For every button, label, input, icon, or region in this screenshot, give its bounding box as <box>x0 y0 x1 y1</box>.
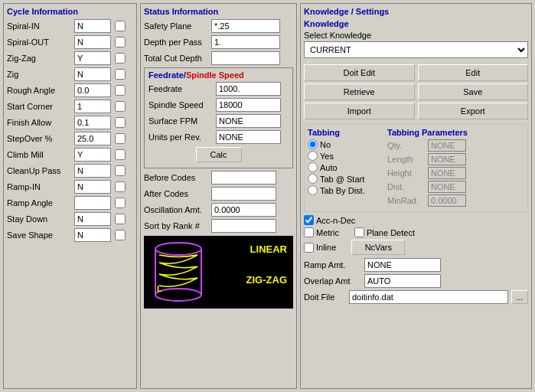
spiral-out-checkbox[interactable] <box>115 37 126 47</box>
calc-button[interactable]: Calc <box>196 147 242 162</box>
length-input[interactable] <box>428 153 466 165</box>
height-input[interactable] <box>428 167 466 179</box>
metric-label: Metric <box>316 228 339 237</box>
start-corner-checkbox[interactable] <box>115 101 126 112</box>
safety-plane-input[interactable] <box>211 19 280 33</box>
length-label: Length <box>387 155 426 164</box>
finish-allow-input[interactable] <box>74 116 111 129</box>
edit-button[interactable]: Edit <box>418 64 529 81</box>
total-cut-depth-input[interactable] <box>211 51 280 65</box>
import-button[interactable]: Import <box>304 103 415 119</box>
tool-image: L LINEAR ZIG-ZAG <box>144 236 293 309</box>
acc-row: Acc-n-Dec <box>304 215 528 225</box>
units-per-rev-label: Units per Rev. <box>148 132 214 142</box>
ramp-amt-row: Ramp Amt. <box>304 258 528 272</box>
feedrate-title: Feedrate/Spindle Speed <box>148 70 289 80</box>
depth-per-pass-input[interactable] <box>211 35 280 49</box>
spindle-input[interactable] <box>216 98 281 112</box>
ramp-in-checkbox[interactable] <box>115 181 126 192</box>
after-codes-row: After Codes <box>144 187 293 201</box>
feedrate-input[interactable] <box>216 82 281 96</box>
radio-tab-by-dist-row: Tab By Dist. <box>308 185 384 195</box>
radio-auto-row: Auto <box>308 162 384 172</box>
spiral-in-input[interactable] <box>74 19 111 33</box>
oscillation-input[interactable] <box>211 203 276 217</box>
dist-row: Dist. <box>387 181 524 193</box>
spiral-out-input[interactable] <box>74 35 111 49</box>
surface-fpm-input[interactable] <box>216 114 281 128</box>
doit-edit-button[interactable]: Doit Edit <box>304 64 415 81</box>
sort-rank-input[interactable] <box>211 219 276 233</box>
knowledge-select[interactable]: CURRENT <box>304 41 528 58</box>
tabbing-params-title: Tabbing Parameters <box>387 128 524 137</box>
export-button[interactable]: Export <box>418 103 529 119</box>
radio-yes[interactable] <box>308 151 318 161</box>
ramp-amt-input[interactable] <box>364 258 441 272</box>
dist-input[interactable] <box>428 181 466 193</box>
browse-button[interactable]: ... <box>511 290 528 304</box>
svg-point-0 <box>155 243 201 255</box>
save-shape-input[interactable] <box>74 228 111 242</box>
zig-row: Zig <box>7 67 133 81</box>
save-shape-checkbox[interactable] <box>115 230 126 240</box>
zig-zag-row: Zig-Zag <box>7 51 133 65</box>
spindle-row: Spindle Speed <box>148 98 289 112</box>
acc-checkbox[interactable] <box>304 215 314 225</box>
climb-mill-checkbox[interactable] <box>115 149 126 160</box>
retrieve-button[interactable]: Retrieve <box>304 83 415 100</box>
rough-angle-label: Rough Angle <box>7 86 72 95</box>
radio-tab-at-start-row: Tab @ Start <box>308 174 384 184</box>
zig-label: Zig <box>7 70 72 79</box>
rough-angle-checkbox[interactable] <box>115 85 126 96</box>
minrad-input[interactable] <box>428 194 466 207</box>
ramp-in-input[interactable] <box>74 180 111 194</box>
rough-angle-input[interactable] <box>74 83 111 97</box>
stay-down-input[interactable] <box>74 212 111 226</box>
ramp-angle-checkbox[interactable] <box>115 198 126 208</box>
spiral-in-checkbox[interactable] <box>115 21 126 31</box>
radio-tab-at-start[interactable] <box>308 174 318 184</box>
stay-down-checkbox[interactable] <box>115 214 126 224</box>
after-codes-input[interactable] <box>211 187 276 201</box>
qty-input[interactable] <box>428 139 466 152</box>
zig-zag-input[interactable] <box>74 51 111 65</box>
before-codes-label: Before Codes <box>144 173 209 182</box>
radio-auto[interactable] <box>308 162 318 172</box>
stay-down-label: Stay Down <box>7 214 72 224</box>
cleanup-pass-checkbox[interactable] <box>115 165 126 176</box>
radio-no[interactable] <box>308 139 318 149</box>
inline-checkbox[interactable] <box>304 243 314 253</box>
knowledge-section: Knowledge Select Knowledge CURRENT Doit … <box>304 19 528 119</box>
overlap-amt-label: Overlap Amt <box>304 276 361 286</box>
svg-text:L: L <box>157 284 162 293</box>
zig-zag-checkbox[interactable] <box>115 53 126 64</box>
tabbing-left: Tabbing No Yes Auto Tab @ Start <box>308 128 384 208</box>
start-corner-input[interactable] <box>74 100 111 113</box>
doit-file-input[interactable] <box>349 290 508 304</box>
tabbing-right: Tabbing Parameters Qty. Length Height Di… <box>387 128 524 208</box>
radio-yes-label: Yes <box>320 152 334 161</box>
stepover-checkbox[interactable] <box>115 133 126 144</box>
ramp-angle-input[interactable] <box>74 196 111 210</box>
zig-input[interactable] <box>74 67 111 81</box>
radio-tab-by-dist[interactable] <box>308 185 318 195</box>
safety-plane-label: Safety Plane <box>144 21 209 31</box>
climb-mill-label: Climb Mill <box>7 150 72 159</box>
ncvars-button[interactable]: NcVars <box>351 240 405 255</box>
finish-allow-checkbox[interactable] <box>115 117 126 128</box>
plane-detect-label: Plane Detect <box>367 228 415 237</box>
qty-label: Qty. <box>387 141 426 150</box>
plane-detect-checkbox[interactable] <box>354 227 364 237</box>
units-per-rev-input[interactable] <box>216 130 281 144</box>
save-button[interactable]: Save <box>418 83 529 100</box>
metric-checkbox[interactable] <box>304 227 314 237</box>
cleanup-pass-input[interactable] <box>74 164 111 178</box>
overlap-amt-input[interactable] <box>364 274 441 288</box>
stepover-input[interactable] <box>74 132 111 145</box>
surface-fpm-label: Surface FPM <box>148 116 214 126</box>
zig-checkbox[interactable] <box>115 69 126 80</box>
before-codes-input[interactable] <box>211 171 276 185</box>
climb-mill-input[interactable] <box>74 148 111 162</box>
main-container: Cycle Information Spiral-IN Spiral-OUT Z… <box>0 0 535 392</box>
cycle-info-title: Cycle Information <box>7 7 133 16</box>
